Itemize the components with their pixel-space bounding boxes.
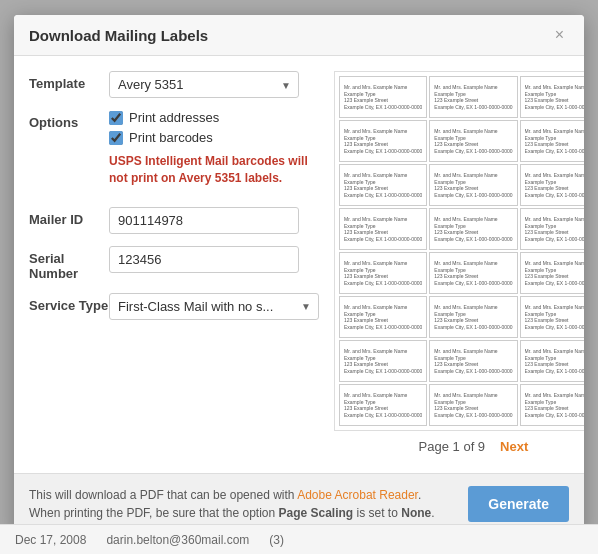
template-select[interactable]: Avery 5351	[109, 71, 299, 98]
none-bold: None	[401, 506, 431, 520]
service-type-select[interactable]: First-Class Mail with no s...	[109, 293, 319, 320]
next-button[interactable]: Next	[500, 439, 528, 454]
mailer-id-label: Mailer ID	[29, 207, 109, 227]
label-cell: Mr. and Mrs. Example NameExample Type123…	[339, 164, 427, 206]
label-preview: Mr. and Mrs. Example NameExample Type123…	[334, 71, 584, 431]
label-cell: Mr. and Mrs. Example NameExample Type123…	[339, 340, 427, 382]
print-barcodes-row: Print barcodes	[109, 130, 319, 145]
close-button[interactable]: ×	[550, 25, 569, 45]
print-barcodes-label: Print barcodes	[129, 130, 213, 145]
label-cell: Mr. and Mrs. Example NameExample Type123…	[429, 164, 517, 206]
label-cell: Mr. and Mrs. Example NameExample Type123…	[339, 208, 427, 250]
label-cell: Mr. and Mrs. Example NameExample Type123…	[520, 252, 584, 294]
generate-button[interactable]: Generate	[468, 486, 569, 522]
bottom-bar: Dec 17, 2008 darin.belton@360mail.com (3…	[0, 524, 598, 554]
page-text: Page 1 of 9	[419, 439, 486, 454]
service-type-label: Service Type	[29, 293, 109, 313]
page-scaling-bold: Page Scaling	[278, 506, 353, 520]
label-cell: Mr. and Mrs. Example NameExample Type123…	[339, 296, 427, 338]
label-cell: Mr. and Mrs. Example NameExample Type123…	[429, 208, 517, 250]
label-cell: Mr. and Mrs. Example NameExample Type123…	[520, 384, 584, 426]
label-cell: Mr. and Mrs. Example NameExample Type123…	[520, 208, 584, 250]
modal-header: Download Mailing Labels ×	[14, 15, 584, 56]
label-cell: Mr. and Mrs. Example NameExample Type123…	[339, 384, 427, 426]
mailer-id-input[interactable]	[109, 207, 299, 234]
footer-description: This will download a PDF that can be ope…	[29, 486, 453, 522]
modal-overlay: Download Mailing Labels × Template Avery…	[0, 0, 598, 554]
options-control: Print addresses Print barcodes USPS Inte…	[109, 110, 319, 195]
mailer-id-row: Mailer ID	[29, 207, 319, 234]
serial-number-input[interactable]	[109, 246, 299, 273]
mailer-id-control	[109, 207, 319, 234]
bottom-number: (3)	[269, 533, 284, 547]
template-row: Template Avery 5351 ▼	[29, 71, 319, 98]
label-cell: Mr. and Mrs. Example NameExample Type123…	[520, 76, 584, 118]
service-type-control: First-Class Mail with no s... ▼	[109, 293, 319, 320]
label-cell: Mr. and Mrs. Example NameExample Type123…	[520, 340, 584, 382]
service-type-row: Service Type First-Class Mail with no s.…	[29, 293, 319, 320]
modal-dialog: Download Mailing Labels × Template Avery…	[14, 15, 584, 534]
acrobat-link[interactable]: Adobe Acrobat Reader	[297, 488, 418, 502]
pagination: Page 1 of 9 Next	[334, 431, 584, 458]
label-cell: Mr. and Mrs. Example NameExample Type123…	[520, 296, 584, 338]
label-cell: Mr. and Mrs. Example NameExample Type123…	[520, 164, 584, 206]
modal-title: Download Mailing Labels	[29, 27, 208, 44]
print-barcodes-checkbox[interactable]	[109, 131, 123, 145]
footer-text-part4: .	[431, 506, 434, 520]
print-addresses-label: Print addresses	[129, 110, 219, 125]
footer-text-part3: is set to	[353, 506, 401, 520]
options-row: Options Print addresses Print barcodes U…	[29, 110, 319, 195]
bottom-date: Dec 17, 2008	[15, 533, 86, 547]
template-label: Template	[29, 71, 109, 91]
label-cell: Mr. and Mrs. Example NameExample Type123…	[339, 76, 427, 118]
label-cell: Mr. and Mrs. Example NameExample Type123…	[520, 120, 584, 162]
label-cell: Mr. and Mrs. Example NameExample Type123…	[429, 296, 517, 338]
modal-body: Template Avery 5351 ▼ Options	[14, 56, 584, 473]
serial-number-control	[109, 246, 319, 273]
print-addresses-row: Print addresses	[109, 110, 319, 125]
print-addresses-checkbox[interactable]	[109, 111, 123, 125]
options-label: Options	[29, 110, 109, 130]
serial-number-row: Serial Number	[29, 246, 319, 281]
footer-text-part1: This will download a PDF that can be ope…	[29, 488, 297, 502]
label-cell: Mr. and Mrs. Example NameExample Type123…	[429, 340, 517, 382]
right-panel: Mr. and Mrs. Example NameExample Type123…	[334, 71, 584, 458]
label-cell: Mr. and Mrs. Example NameExample Type123…	[339, 120, 427, 162]
label-cell: Mr. and Mrs. Example NameExample Type123…	[429, 252, 517, 294]
warning-text: USPS Intelligent Mail barcodes will not …	[109, 153, 319, 187]
template-control: Avery 5351 ▼	[109, 71, 319, 98]
label-cell: Mr. and Mrs. Example NameExample Type123…	[339, 252, 427, 294]
label-cell: Mr. and Mrs. Example NameExample Type123…	[429, 384, 517, 426]
serial-number-label: Serial Number	[29, 246, 109, 281]
service-type-select-wrapper: First-Class Mail with no s... ▼	[109, 293, 319, 320]
left-panel: Template Avery 5351 ▼ Options	[29, 71, 319, 458]
label-cell: Mr. and Mrs. Example NameExample Type123…	[429, 76, 517, 118]
template-select-wrapper: Avery 5351 ▼	[109, 71, 299, 98]
label-cell: Mr. and Mrs. Example NameExample Type123…	[429, 120, 517, 162]
bottom-email: darin.belton@360mail.com	[106, 533, 249, 547]
